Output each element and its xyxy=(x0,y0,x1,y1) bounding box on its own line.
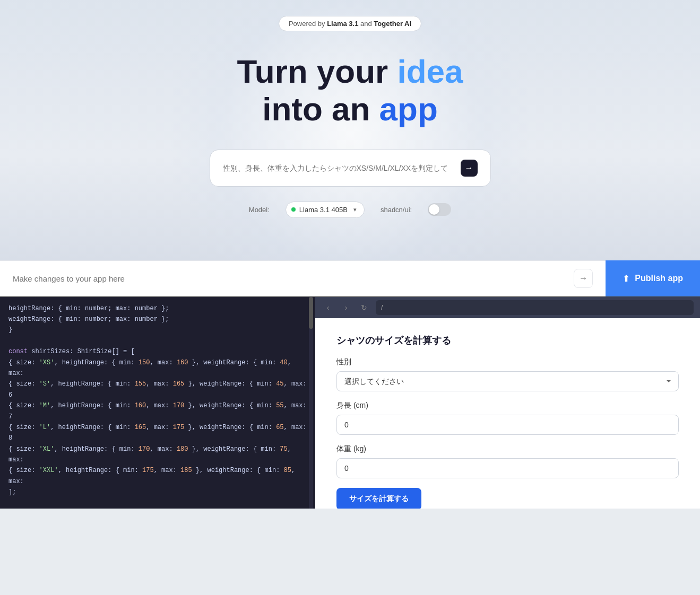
code-line xyxy=(8,498,307,509)
code-line: weightRange: { min: number; max: number … xyxy=(8,314,307,325)
publish-label: Publish app xyxy=(635,274,683,283)
changes-input[interactable] xyxy=(13,274,574,283)
preview-content: シャツのサイズを計算する 性別 選択してください 男性 女性 身長 (cm) 体… xyxy=(315,318,700,509)
code-line: } xyxy=(8,325,307,335)
code-line: { size: 'XL', heightRange: { min: 170, m… xyxy=(8,444,307,466)
height-input[interactable] xyxy=(336,415,679,435)
code-line: ]; xyxy=(8,487,307,497)
model-selected-label: Llama 3.1 405B xyxy=(299,206,348,214)
changes-input-wrap: → xyxy=(0,261,606,296)
changes-send-button[interactable]: → xyxy=(574,269,593,288)
title-app: app xyxy=(379,91,438,127)
model-chevron-icon: ▾ xyxy=(353,206,357,213)
code-content: heightRange: { min: number; max: number … xyxy=(0,297,315,509)
height-label: 身長 (cm) xyxy=(336,401,679,410)
forward-button[interactable]: › xyxy=(340,301,352,314)
back-button[interactable]: ‹ xyxy=(322,301,334,314)
code-line: { size: 'S', heightRange: { min: 155, ma… xyxy=(8,379,307,400)
code-line: { size: 'L', heightRange: { min: 165, ma… xyxy=(8,422,307,444)
hero-section: Powered by Llama 3.1 and Together AI Tur… xyxy=(0,0,700,260)
controls-row: Model: Llama 3.1 405B ▾ shadcn/ui: xyxy=(249,202,451,218)
gender-group: 性別 選択してください 男性 女性 xyxy=(336,357,679,391)
title-plain2: into an xyxy=(262,91,379,127)
title-line1: Turn your idea xyxy=(237,53,463,90)
prompt-submit-arrow[interactable] xyxy=(461,160,478,177)
weight-label: 体重 (kg) xyxy=(336,444,679,454)
prompt-input[interactable] xyxy=(223,164,461,172)
calculate-button[interactable]: サイズを計算する xyxy=(336,488,421,509)
model-label: Model: xyxy=(249,206,270,214)
code-scrollbar-thumb xyxy=(309,297,313,329)
app-title: シャツのサイズを計算する xyxy=(336,334,679,347)
prompt-input-box[interactable] xyxy=(210,150,491,187)
weight-group: 体重 (kg) xyxy=(336,444,679,478)
title-idea: idea xyxy=(397,53,463,90)
together-text: Together AI xyxy=(374,20,411,28)
code-line: { size: 'XXL', heightRange: { min: 175, … xyxy=(8,465,307,487)
code-line: { size: 'M', heightRange: { min: 160, ma… xyxy=(8,400,307,422)
weight-input[interactable] xyxy=(336,458,679,478)
code-line: heightRange: { min: number; max: number … xyxy=(8,303,307,314)
url-bar: / xyxy=(376,300,694,315)
code-line xyxy=(8,336,307,346)
code-line: { size: 'XS', heightRange: { min: 150, m… xyxy=(8,357,307,379)
gender-label: 性別 xyxy=(336,357,679,367)
title-line2: into an app xyxy=(262,91,438,127)
hero-title: Turn your idea into an app xyxy=(237,52,463,128)
bottom-bar: → ⬆ Publish app xyxy=(0,260,700,296)
publish-icon: ⬆ xyxy=(623,274,629,284)
powered-text-mid: and xyxy=(358,20,374,28)
shadcn-label: shadcn/ui: xyxy=(381,206,412,214)
height-group: 身長 (cm) xyxy=(336,401,679,435)
code-line: const shirtSizes: ShirtSize[] = [ xyxy=(8,346,307,357)
model-dropdown[interactable]: Llama 3.1 405B ▾ xyxy=(286,202,365,218)
publish-button[interactable]: ⬆ Publish app xyxy=(606,260,700,296)
model-status-dot xyxy=(291,207,296,212)
code-pane: heightRange: { min: number; max: number … xyxy=(0,297,315,509)
preview-pane: ‹ › ↻ / シャツのサイズを計算する 性別 選択してください 男性 女性 身… xyxy=(315,297,700,509)
preview-toolbar: ‹ › ↻ / xyxy=(315,297,700,318)
code-scrollbar[interactable] xyxy=(309,297,313,509)
gender-select[interactable]: 選択してください 男性 女性 xyxy=(336,371,679,391)
shadcn-toggle[interactable] xyxy=(428,203,451,216)
editor-section: heightRange: { min: number; max: number … xyxy=(0,296,700,509)
powered-text-prefix: Powered by xyxy=(289,20,327,28)
llama-text: Llama 3.1 xyxy=(327,20,358,28)
title-plain1: Turn your xyxy=(237,53,397,90)
reload-button[interactable]: ↻ xyxy=(358,301,370,314)
powered-badge: Powered by Llama 3.1 and Together AI xyxy=(279,16,421,31)
